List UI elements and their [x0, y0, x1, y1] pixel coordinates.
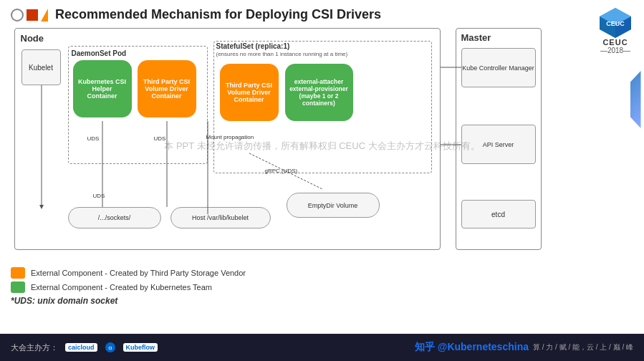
zhihu-handle: 知乎 @Kuberneteschina	[415, 341, 529, 354]
tagline: 算 / 力 / 赋 / 能，云 / 上 / 巅 / 峰	[533, 342, 633, 352]
bottom-left-area: 大会主办方： caicloud CI Kubeflow	[11, 342, 158, 353]
daemonset-label: DaemonSet Pod	[72, 49, 127, 57]
kubeflow-label: Kubeflow	[126, 344, 155, 351]
emptydir-label: EmptyDir Volume	[308, 202, 358, 209]
socket-1-label: /.../sockets/	[98, 214, 131, 221]
sockets-path-box: /.../sockets/	[68, 207, 161, 228]
svg-text:CI: CI	[108, 346, 112, 350]
etcd-label: etcd	[491, 211, 505, 218]
master-label: Master	[461, 32, 491, 43]
orange-legend-color	[11, 267, 25, 279]
kubelet-path-box: Host /var/lib/kubelet	[170, 207, 271, 228]
statefulset-sublabel: (ensures no more than 1 instance running…	[216, 51, 348, 57]
page-title: Recommended Mechanism for Deploying CSI …	[55, 7, 381, 22]
uds-label-3: UDS	[93, 193, 105, 199]
diagram-area: 本 PPT 未经允许请勿传播，所有解释权归 CEUC 大会主办方才云科技所有。 …	[14, 28, 630, 264]
etcd-box: etcd	[461, 200, 536, 228]
green-legend-color	[11, 281, 25, 293]
zhihu-label: 知乎 @Kuberneteschina	[415, 341, 529, 352]
socket-2-label: Host /var/lib/kubelet	[192, 214, 249, 221]
page-header: Recommended Mechanism for Deploying CSI …	[11, 7, 633, 22]
header-shapes	[11, 9, 48, 21]
blue-decoration	[630, 71, 641, 128]
triangle-shape	[41, 9, 48, 21]
circle-shape	[11, 9, 24, 21]
square-shape	[27, 9, 38, 21]
external-attacher-label: external-attacher external-provisioner (…	[289, 78, 349, 107]
svg-text:CEUC: CEUC	[606, 20, 625, 27]
api-server-box: API Server	[461, 125, 536, 164]
orange-csi-daemon-label: Third Party CSI Volume Driver Container	[142, 78, 192, 100]
emptydir-volume-box: EmptyDir Volume	[287, 193, 380, 218]
kubernetes-csi-helper-container: Kubernetes CSI Helper Container	[73, 60, 132, 117]
orange-csi-stateful-label: Third Party CSI Volume Driver Container	[224, 82, 274, 103]
host-label: 大会主办方：	[11, 342, 58, 353]
bottom-bar: 大会主办方： caicloud CI Kubeflow 知乎 @Kubernet…	[0, 334, 644, 361]
legend-item-green: External Component - Created by Kubernet…	[11, 281, 633, 293]
kube-controller-manager-box: Kube Controller Manager	[461, 48, 536, 87]
sponsor1-label: caicloud	[68, 344, 95, 351]
kubelet-box: Kubelet	[21, 49, 61, 85]
orange-legend-label: External Component - Created by Third Pa…	[31, 269, 246, 277]
external-attacher-container: external-attacher external-provisioner (…	[285, 64, 353, 121]
green-csi-label: Kubernetes CSI Helper Container	[77, 78, 128, 100]
grpc-uds-label: gRPC (UDS)	[265, 168, 298, 174]
orange-csi-daemon-container: Third Party CSI Volume Driver Container	[138, 60, 196, 117]
legend-item-orange: External Component - Created by Third Pa…	[11, 267, 633, 279]
bottom-right-area: 知乎 @Kuberneteschina 算 / 力 / 赋 / 能，云 / 上 …	[415, 341, 633, 354]
node-label: Node	[21, 33, 44, 44]
api-server-label: API Server	[483, 141, 514, 148]
green-legend-label: External Component - Created by Kubernet…	[31, 283, 212, 292]
sponsor1-logo: caicloud	[65, 343, 97, 352]
kubeflow-logo: Kubeflow	[123, 343, 158, 352]
uds-label-1: UDS	[87, 135, 100, 142]
kubelet-label: Kubelet	[29, 64, 53, 72]
statefulset-label: StatefulSet (replica:1)	[216, 42, 290, 50]
caicloud-icon: CI	[105, 342, 116, 353]
footer-note: *UDS: unix domain socket	[11, 296, 633, 306]
mount-propagation-label: Mount propagation	[206, 134, 254, 140]
orange-csi-stateful-container: Third Party CSI Volume Driver Container	[220, 64, 279, 121]
kube-controller-label: Kube Controller Manager	[462, 64, 534, 72]
legend-area: External Component - Created by Third Pa…	[11, 267, 633, 293]
uds-label-2: UDS	[154, 135, 166, 142]
